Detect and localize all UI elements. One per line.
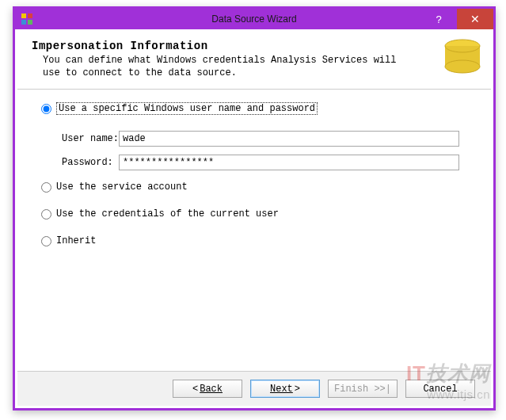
credentials-block: User name: Password: [62, 131, 470, 170]
next-button[interactable]: Next > [250, 380, 320, 398]
radio-specific-user[interactable] [41, 104, 51, 114]
option-inherit-label: Inherit [56, 235, 96, 246]
radio-current-user[interactable] [41, 209, 51, 220]
option-specific-user[interactable]: Use a specific Windows user name and pas… [41, 102, 470, 115]
finish-button: Finish >>| [328, 380, 398, 398]
svg-rect-0 [21, 13, 26, 18]
option-service-account[interactable]: Use the service account [41, 181, 470, 193]
page-description: You can define what Windows credentials … [43, 54, 417, 79]
option-specific-user-label: Use a specific Windows user name and pas… [56, 102, 318, 115]
radio-inherit[interactable] [41, 236, 51, 246]
app-icon [20, 12, 34, 26]
database-icon [436, 36, 483, 81]
svg-rect-3 [28, 20, 32, 25]
password-label: Password: [62, 157, 119, 168]
option-current-user-label: Use the credentials of the current user [56, 208, 279, 220]
option-inherit[interactable]: Inherit [41, 235, 470, 246]
page-title: Impersonation Information [32, 40, 417, 52]
password-input[interactable] [119, 155, 459, 170]
window-controls: ? ✕ [420, 9, 493, 29]
wizard-header: Impersonation Information You can define… [17, 32, 491, 90]
help-button[interactable]: ? [420, 9, 457, 29]
username-label: User name: [62, 133, 119, 144]
wizard-body: Use a specific Windows user name and pas… [17, 90, 491, 371]
option-service-account-label: Use the service account [56, 181, 188, 193]
username-input[interactable] [119, 131, 459, 147]
wizard-content: Impersonation Information You can define… [17, 32, 491, 406]
svg-rect-2 [21, 20, 26, 25]
titlebar: Data Source Wizard ? ✕ [15, 9, 493, 29]
wizard-footer: < Back Next > Finish >>| Cancel [17, 371, 491, 406]
cancel-button[interactable]: Cancel [405, 380, 475, 398]
svg-rect-1 [28, 13, 32, 18]
radio-service-account[interactable] [41, 182, 51, 193]
option-current-user[interactable]: Use the credentials of the current user [41, 208, 470, 220]
back-button[interactable]: < Back [173, 380, 242, 398]
wizard-window: Data Source Wizard ? ✕ Impersonation Inf… [13, 6, 496, 410]
close-button[interactable]: ✕ [457, 9, 493, 29]
